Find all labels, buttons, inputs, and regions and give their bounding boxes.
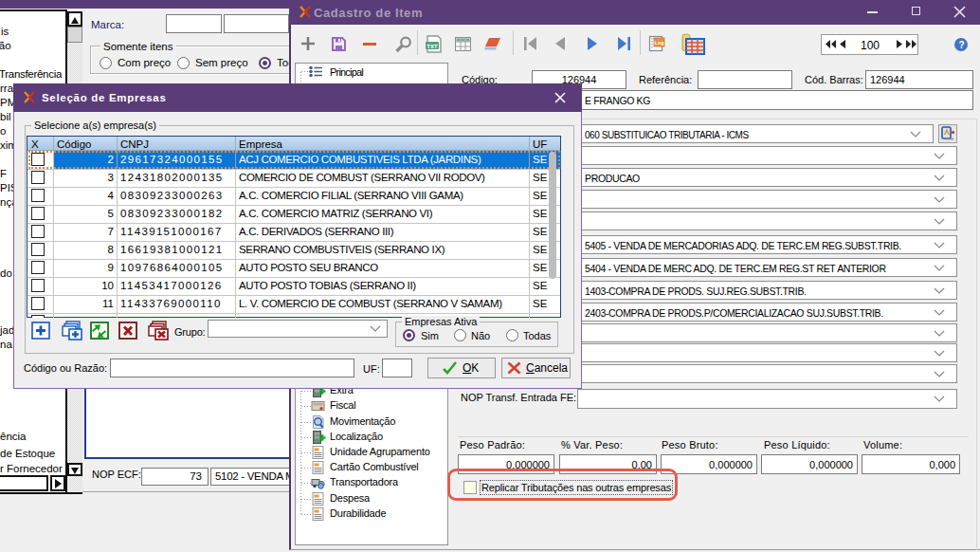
svg-text:TXT: TXT: [426, 44, 438, 49]
svg-text:Log: Log: [654, 40, 663, 46]
